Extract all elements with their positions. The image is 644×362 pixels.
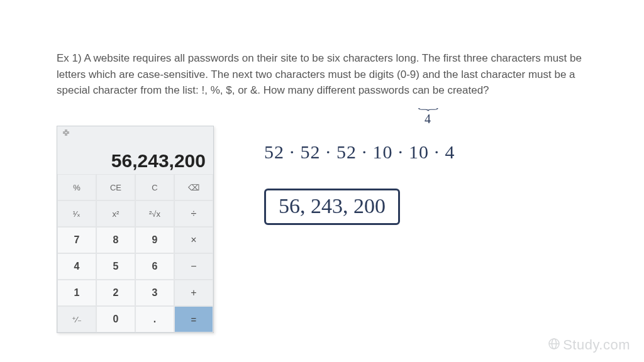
clear-button[interactable]: C [135, 174, 174, 200]
calculator: 56,243,200 %CEC⌫¹⁄ₓx²²√x÷789×456−123+⁺⁄₋… [57, 126, 214, 333]
globe-icon [548, 337, 560, 353]
reciprocal-button[interactable]: ¹⁄ₓ [57, 200, 96, 227]
handwritten-answer: 56, 243, 200 [264, 189, 400, 225]
digit-0-button[interactable]: 0 [96, 306, 135, 332]
calculator-keypad: %CEC⌫¹⁄ₓx²²√x÷789×456−123+⁺⁄₋0.= [57, 174, 213, 332]
digit-4-button[interactable]: 4 [57, 253, 96, 280]
watermark-text: Study.com [563, 337, 630, 353]
digit-5-button[interactable]: 5 [96, 253, 135, 280]
digit-9-button[interactable]: 9 [135, 227, 174, 253]
problem-text: Ex 1) A website requires all passwords o… [57, 50, 585, 99]
calculator-titlebar [57, 126, 213, 139]
page: Ex 1) A website requires all passwords o… [0, 0, 644, 362]
digit-1-button[interactable]: 1 [57, 280, 96, 306]
handwritten-expression: 52 · 52 · 52 · 10 · 10 · 4 [264, 141, 455, 163]
sqrt-button[interactable]: ²√x [135, 200, 174, 227]
equals-button[interactable]: = [174, 306, 213, 332]
sign-button[interactable]: ⁺⁄₋ [57, 306, 96, 332]
decimal-button[interactable]: . [135, 306, 174, 332]
minus-button[interactable]: − [174, 253, 213, 280]
plus-button[interactable]: + [174, 280, 213, 306]
brace-icon: ⏟ [418, 96, 437, 112]
divide-button[interactable]: ÷ [174, 200, 213, 227]
brace-count: 4 [402, 112, 453, 126]
watermark: Study.com [548, 337, 630, 353]
digit-3-button[interactable]: 3 [135, 280, 174, 306]
square-button[interactable]: x² [96, 200, 135, 227]
multiply-button[interactable]: × [174, 227, 213, 253]
digit-2-button[interactable]: 2 [96, 280, 135, 306]
percent-button[interactable]: % [57, 174, 96, 200]
digit-6-button[interactable]: 6 [135, 253, 174, 280]
brace-annotation: ⏟ 4 [402, 96, 453, 126]
digit-7-button[interactable]: 7 [57, 227, 96, 253]
clear-entry-button[interactable]: CE [96, 174, 135, 200]
backspace-button[interactable]: ⌫ [174, 174, 213, 200]
expand-icon[interactable] [61, 128, 71, 137]
calculator-display: 56,243,200 [57, 139, 213, 174]
digit-8-button[interactable]: 8 [96, 227, 135, 253]
